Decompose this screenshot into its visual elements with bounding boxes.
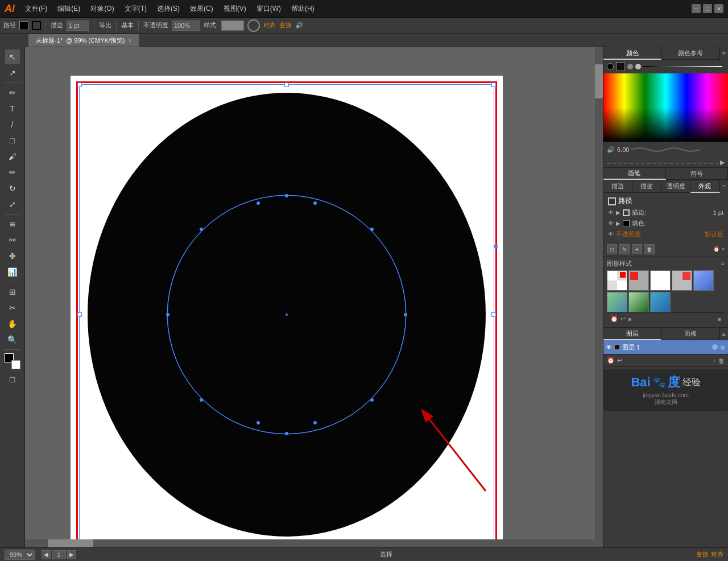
brush-tab[interactable]: 画笔: [603, 168, 666, 180]
menu-view[interactable]: 视图(V): [219, 3, 251, 15]
layer-select-icon[interactable]: ◉: [720, 344, 726, 351]
direct-selection-tool[interactable]: ↗: [5, 65, 20, 80]
layer-btn-3[interactable]: +: [713, 357, 716, 364]
document-tab[interactable]: 未标题-1* @ 99% (CMYK/预览) ×: [28, 34, 139, 47]
vertical-scrollbar[interactable]: [595, 47, 603, 547]
zoom-select[interactable]: 99%: [5, 550, 35, 560]
symbol-tool[interactable]: ✤: [5, 249, 20, 263]
pencil-tool[interactable]: ✏: [5, 165, 20, 180]
style-swatch-8[interactable]: [650, 292, 671, 312]
style-swatch-7[interactable]: [628, 292, 649, 312]
appearance-tab[interactable]: 外观: [690, 180, 719, 193]
align-label[interactable]: 对齐: [263, 21, 276, 30]
menu-file[interactable]: 文件(F): [20, 3, 52, 15]
fill-color-swatch[interactable]: [623, 220, 630, 227]
style-swatch-1[interactable]: [607, 270, 627, 291]
menu-window[interactable]: 窗口(W): [252, 3, 286, 15]
warp-tool[interactable]: ≋: [5, 217, 20, 232]
fill-arrow-icon[interactable]: ▶: [616, 220, 621, 226]
anchor-bottom[interactable]: [285, 432, 288, 435]
anchor-bl[interactable]: [200, 398, 203, 402]
minimize-button[interactable]: ─: [692, 4, 701, 13]
menu-effect[interactable]: 效果(C): [185, 3, 218, 15]
anchor-top-r[interactable]: [313, 201, 317, 205]
panel-tab[interactable]: 面板: [661, 328, 719, 340]
anchor-bot-r[interactable]: [313, 421, 317, 424]
blend-tool[interactable]: ⚯: [5, 233, 20, 248]
screen-mode-tool[interactable]: ◻: [5, 372, 20, 386]
style-icon-1[interactable]: ⏰: [610, 315, 618, 323]
rotate-tool[interactable]: ↻: [5, 181, 20, 196]
horizontal-scrollbar[interactable]: [25, 539, 595, 547]
type-tool[interactable]: T: [5, 101, 20, 116]
fx-button[interactable]: fx: [619, 244, 630, 254]
style-swatch-5[interactable]: [693, 270, 714, 291]
tab-close-button[interactable]: ×: [129, 38, 132, 44]
close-button[interactable]: ✕: [714, 4, 723, 13]
opacity-label-appear[interactable]: 不透明度:: [616, 230, 643, 238]
transform-status-btn[interactable]: 变换: [696, 550, 709, 559]
style-swatch-3[interactable]: [650, 270, 671, 291]
delete-appear-button[interactable]: 🗑: [644, 244, 655, 254]
menu-edit[interactable]: 编辑(E): [53, 3, 85, 15]
column-graph-tool[interactable]: 📊: [5, 265, 20, 279]
style-swatch-2[interactable]: [628, 270, 649, 291]
fill-swatch[interactable]: [19, 21, 28, 30]
layers-tab[interactable]: 图层: [603, 328, 661, 340]
rect-tool[interactable]: □: [5, 133, 20, 148]
graphic-styles-menu[interactable]: ≡: [721, 259, 725, 268]
anchor-br[interactable]: [370, 398, 374, 402]
globe-icon[interactable]: [247, 19, 260, 32]
layer-btn-2[interactable]: ↩: [617, 357, 622, 364]
line-tool[interactable]: /: [5, 117, 20, 132]
stroke-eye-icon[interactable]: 👁: [608, 209, 614, 216]
menu-object[interactable]: 对象(O): [86, 3, 118, 15]
artboard-tool[interactable]: ⊞: [5, 284, 20, 299]
opacity-appear-tab[interactable]: 透明度: [661, 180, 690, 193]
zoom-tool[interactable]: 🔍: [5, 332, 20, 347]
anchor-left[interactable]: [166, 313, 169, 316]
pen-tool[interactable]: ✏: [5, 85, 20, 100]
symbol-tab[interactable]: 符号: [666, 168, 729, 180]
color-gradient-display[interactable]: [603, 73, 728, 142]
v-scroll-thumb[interactable]: [595, 64, 603, 98]
color-swatches[interactable]: [5, 353, 20, 369]
prev-page-btn[interactable]: ◀: [42, 550, 51, 559]
menu-help[interactable]: 帮助(H): [287, 3, 319, 15]
layer-btn-4[interactable]: 🗑: [718, 357, 725, 364]
style-icon-2[interactable]: ↩: [621, 315, 626, 323]
layer-eye-icon[interactable]: 👁: [606, 344, 612, 350]
color-dot-2[interactable]: [635, 64, 641, 69]
maximize-button[interactable]: □: [703, 4, 712, 13]
stroke-appear-tab[interactable]: 描边: [603, 180, 632, 193]
anchor-top[interactable]: [285, 194, 288, 197]
menu-select[interactable]: 选择(S): [152, 3, 184, 15]
stroke-width-input[interactable]: [67, 20, 89, 31]
style-swatch-4[interactable]: [672, 270, 692, 291]
panel-menu-icon[interactable]: ≡: [722, 50, 726, 57]
color-fill-swatch[interactable]: [616, 62, 625, 71]
appear-menu-icon[interactable]: ≡: [722, 183, 726, 190]
anchor-top-l[interactable]: [257, 201, 260, 205]
color-ref-tab[interactable]: 颜色参考: [661, 47, 719, 60]
anchor-bot-l[interactable]: [257, 421, 260, 424]
style-swatch-6[interactable]: [607, 292, 627, 312]
color-dot-1[interactable]: [627, 64, 633, 69]
slice-tool[interactable]: ✂: [5, 300, 20, 315]
align-status-btn[interactable]: 对齐: [711, 550, 723, 559]
anchor-tr[interactable]: [370, 228, 374, 231]
anchor-tl[interactable]: [200, 228, 203, 231]
anchor-top[interactable]: [494, 245, 498, 248]
style-icon-3[interactable]: ≡: [628, 316, 631, 323]
selection-tool[interactable]: ↖: [5, 50, 20, 64]
big-circle[interactable]: [88, 93, 486, 537]
stroke-swatch[interactable]: [32, 21, 41, 30]
canvas-area[interactable]: [25, 47, 603, 547]
add-style-button[interactable]: □: [607, 244, 617, 254]
anchor-right[interactable]: [404, 313, 407, 316]
transform-label[interactable]: 变换: [279, 21, 292, 30]
color-black-swatch[interactable]: [607, 63, 614, 70]
style-icon-4[interactable]: ≡: [718, 316, 721, 323]
opacity-eye-icon[interactable]: 👁: [608, 231, 614, 237]
hand-tool[interactable]: ✋: [5, 316, 20, 331]
